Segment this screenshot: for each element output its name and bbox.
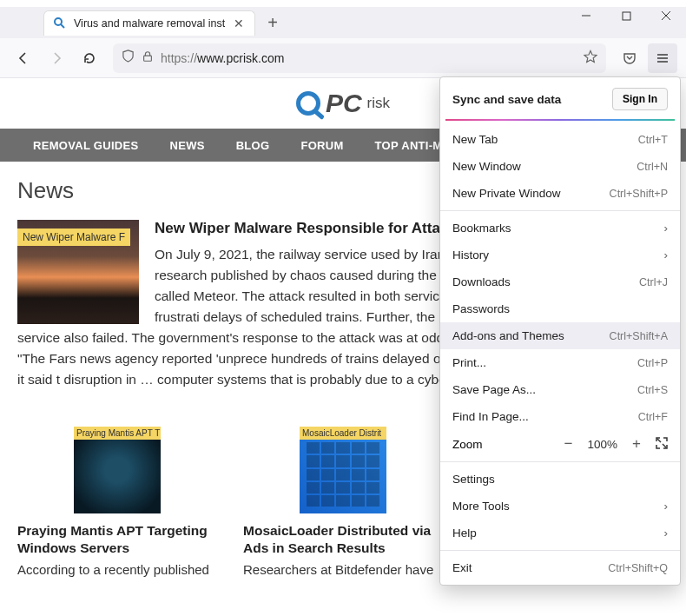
card-title: MosaicLoader Distributed via Ads in Sear… <box>243 522 443 557</box>
new-tab-button[interactable]: + <box>255 13 290 33</box>
chevron-right-icon: › <box>664 500 669 513</box>
shield-icon <box>122 50 135 66</box>
thumbnail-ribbon: New Wiper Malware F <box>17 229 130 246</box>
card-body: According to a recently published <box>17 562 217 577</box>
menu-separator <box>440 210 680 211</box>
browser-tab[interactable]: Virus and malware removal inst ✕ <box>43 10 255 36</box>
menu-save-page-as[interactable]: Save Page As...Ctrl+S <box>440 376 680 403</box>
menu-downloads[interactable]: DownloadsCtrl+J <box>440 268 680 295</box>
menu-divider-rainbow <box>445 119 675 121</box>
svg-point-4 <box>55 18 62 25</box>
menu-passwords[interactable]: Passwords <box>440 295 680 322</box>
lock-icon <box>142 50 154 66</box>
menu-new-window[interactable]: New WindowCtrl+N <box>440 153 680 180</box>
card-title: Praying Mantis APT Targeting Windows Ser… <box>17 522 217 557</box>
close-button[interactable] <box>646 0 686 31</box>
magnifier-icon <box>296 91 320 116</box>
card-body: Researchers at Bitdefender have <box>243 562 443 577</box>
card-thumbnail: MosaicLoader Distrit <box>300 427 386 513</box>
menu-separator <box>440 550 680 551</box>
menu-more-tools[interactable]: More Tools› <box>440 493 680 520</box>
tab-close-icon[interactable]: ✕ <box>232 17 246 30</box>
back-button[interactable] <box>9 43 38 73</box>
menu-zoom: Zoom − 100% + <box>440 430 680 458</box>
sign-in-button[interactable]: Sign In <box>612 88 668 110</box>
fullscreen-button[interactable] <box>656 437 668 452</box>
menu-new-tab[interactable]: New TabCtrl+T <box>440 126 680 153</box>
svg-rect-1 <box>623 12 630 20</box>
nav-news[interactable]: NEWS <box>154 139 220 152</box>
site-logo[interactable]: PCrisk <box>296 89 390 118</box>
nav-forum[interactable]: FORUM <box>285 139 359 152</box>
zoom-out-button[interactable]: − <box>559 435 577 453</box>
menu-help[interactable]: Help› <box>440 520 680 546</box>
menu-settings[interactable]: Settings <box>440 466 680 493</box>
menu-separator <box>440 461 680 462</box>
menu-find-in-page[interactable]: Find In Page...Ctrl+F <box>440 403 680 430</box>
menu-history[interactable]: History› <box>440 242 680 268</box>
svg-line-10 <box>657 439 661 442</box>
menu-bookmarks[interactable]: Bookmarks› <box>440 215 680 242</box>
menu-header: Sync and save data Sign In <box>440 77 680 119</box>
bookmark-star-icon[interactable] <box>584 50 597 67</box>
card-praying-mantis[interactable]: Praying Mantis APT T Praying Mantis APT … <box>17 427 217 577</box>
card-mosaicloader[interactable]: MosaicLoader Distrit MosaicLoader Distri… <box>243 427 443 577</box>
url-text: https://www.pcrisk.com <box>161 51 577 65</box>
svg-line-5 <box>61 24 64 28</box>
reload-button[interactable] <box>75 43 104 73</box>
nav-blog[interactable]: BLOG <box>221 139 286 152</box>
minimize-button[interactable] <box>566 0 606 31</box>
chevron-right-icon: › <box>664 527 669 540</box>
hamburger-menu-button[interactable] <box>648 43 677 73</box>
chevron-right-icon: › <box>664 222 669 235</box>
address-bar[interactable]: https://www.pcrisk.com <box>113 43 606 73</box>
sync-header: Sync and save data <box>452 93 561 106</box>
zoom-value: 100% <box>587 438 617 451</box>
menu-exit[interactable]: ExitCtrl+Shift+Q <box>440 554 680 581</box>
card-thumbnail: Praying Mantis APT T <box>74 427 161 513</box>
zoom-in-button[interactable]: + <box>628 435 645 453</box>
window-controls <box>566 0 686 31</box>
toolbar: https://www.pcrisk.com <box>0 38 686 78</box>
nav-removal-guides[interactable]: REMOVAL GUIDES <box>17 139 154 152</box>
article-thumbnail[interactable]: New Wiper Malware F <box>17 220 139 324</box>
pocket-button[interactable] <box>615 43 644 73</box>
chevron-right-icon: › <box>664 248 669 262</box>
favicon <box>53 17 67 30</box>
svg-rect-6 <box>144 56 152 61</box>
app-menu: Sync and save data Sign In New TabCtrl+T… <box>439 76 681 586</box>
menu-print[interactable]: Print...Ctrl+P <box>440 349 680 376</box>
menu-new-private-window[interactable]: New Private WindowCtrl+Shift+P <box>440 180 680 207</box>
svg-line-11 <box>663 444 666 447</box>
forward-button[interactable] <box>42 43 71 73</box>
tab-title: Virus and malware removal inst <box>74 17 225 30</box>
menu-addons-themes[interactable]: Add-ons and ThemesCtrl+Shift+A <box>440 322 680 349</box>
maximize-button[interactable] <box>606 0 646 31</box>
